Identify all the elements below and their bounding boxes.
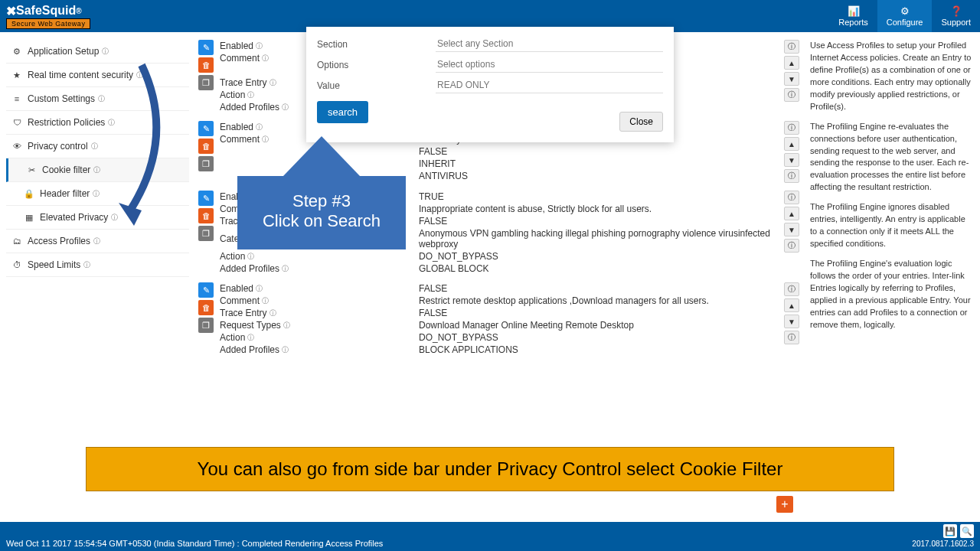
entry-row: Request TypesⓘDownload Manager Online Me…: [220, 319, 779, 331]
nav-support[interactable]: ❓Support: [932, 0, 980, 32]
info-button[interactable]: ⓘ: [784, 121, 799, 135]
info-icon: ⓘ: [93, 189, 100, 199]
modal-section-input[interactable]: [436, 36, 663, 52]
sidebar-item-privacy[interactable]: 👁Privacy controlⓘ: [6, 135, 189, 158]
nav-configure[interactable]: ⚙Configure: [877, 0, 933, 32]
logo: ✖ SafeSquid ®: [6, 4, 90, 18]
info-icon: ⓘ: [247, 252, 254, 262]
move-down-button[interactable]: ▼: [784, 153, 799, 167]
sliders-icon: ≡: [11, 94, 23, 103]
delete-button[interactable]: 🗑: [198, 139, 214, 154]
move-up-button[interactable]: ▲: [784, 298, 799, 312]
add-button[interactable]: +: [776, 496, 793, 513]
row-value: Inappropriate content is abuse, Strictly…: [419, 204, 779, 214]
move-up-button[interactable]: ▲: [784, 137, 799, 151]
copy-button[interactable]: ❐: [198, 226, 214, 241]
box-icon: ▦: [23, 213, 35, 223]
gear-icon: ⚙: [900, 5, 910, 17]
edit-button[interactable]: ✎: [198, 40, 214, 55]
modal-value-input[interactable]: [436, 77, 663, 93]
save-icon[interactable]: 💾: [943, 524, 957, 538]
sidebar-item-restriction[interactable]: 🛡Restriction Policiesⓘ: [6, 111, 189, 135]
search-icon[interactable]: 🔍: [960, 524, 974, 538]
star-icon: ★: [11, 70, 23, 80]
copy-button[interactable]: ❐: [198, 156, 214, 171]
modal-options-label: Options: [317, 60, 436, 70]
info-icon: ⓘ: [256, 284, 263, 294]
sidebar-item-speed[interactable]: ⏱Speed Limitsⓘ: [6, 253, 189, 277]
modal-section-label: Section: [317, 39, 436, 50]
close-button[interactable]: Close: [619, 112, 663, 132]
sidebar-item-realtime[interactable]: ★Real time content securityⓘ: [6, 64, 189, 87]
move-down-button[interactable]: ▼: [784, 223, 799, 236]
edit-button[interactable]: ✎: [198, 191, 214, 206]
info-button[interactable]: ⓘ: [784, 331, 799, 344]
hint-banner: You can also go from side bar under Priv…: [86, 447, 894, 491]
modal-value-label: Value: [317, 80, 436, 91]
nav-reports[interactable]: 📊Reports: [829, 0, 877, 32]
logo-area: ✖ SafeSquid ® Secure Web Gateway: [0, 4, 90, 29]
sidebar-sub-cookie[interactable]: ✂Cookie filterⓘ: [6, 158, 189, 182]
info-button[interactable]: ⓘ: [784, 169, 799, 183]
info-button[interactable]: ⓘ: [784, 40, 799, 54]
shield-icon: 🛡: [11, 118, 23, 127]
entry-row: EnabledⓘFALSE: [220, 282, 779, 295]
info-icon: ⓘ: [108, 118, 115, 128]
move-down-button[interactable]: ▼: [784, 72, 799, 86]
topnav: 📊Reports ⚙Configure ❓Support: [829, 0, 980, 32]
entry-row: Trace EntryⓘFALSE: [220, 307, 779, 319]
row-value: INHERIT: [419, 158, 779, 169]
copy-button[interactable]: ❐: [198, 318, 214, 333]
info-icon: ⓘ: [283, 321, 290, 331]
sidebar-sub-elevated[interactable]: ▦Elevated Privacyⓘ: [6, 206, 189, 230]
info-button[interactable]: ⓘ: [784, 239, 799, 253]
row-value: Download Manager Online Meeting Remote D…: [419, 320, 779, 331]
step-callout: Step #3 Click on Search: [237, 176, 406, 249]
info-icon: ⓘ: [111, 213, 118, 223]
sidebar-item-app-setup[interactable]: ⚙Application Setupⓘ: [6, 40, 189, 64]
sidebar-item-custom[interactable]: ≡Custom Settingsⓘ: [6, 87, 189, 111]
delete-button[interactable]: 🗑: [198, 300, 214, 315]
row-label: Enabledⓘ: [220, 283, 419, 294]
delete-button[interactable]: 🗑: [198, 208, 214, 223]
logo-brand: SafeSquid: [16, 4, 76, 18]
info-icon: ⓘ: [256, 122, 263, 132]
entry-row: ActionⓘDO_NOT_BYPASS: [220, 331, 779, 344]
callout-line1: Step #3: [245, 191, 398, 211]
row-value: TRUE: [419, 191, 779, 202]
sidebar-sub-header[interactable]: 🔒Header filterⓘ: [6, 182, 189, 206]
info-button[interactable]: ⓘ: [784, 191, 799, 204]
info-icon: ⓘ: [102, 47, 109, 57]
status-text: Wed Oct 11 2017 15:54:54 GMT+0530 (India…: [6, 539, 383, 548]
row-value: ANTIVIRUS: [419, 171, 779, 181]
row-label: Trace Entryⓘ: [220, 308, 419, 318]
info-icon: ⓘ: [262, 135, 269, 145]
info-icon: ⓘ: [247, 333, 254, 343]
case-icon: ⚙: [11, 47, 23, 57]
delete-button[interactable]: 🗑: [198, 57, 214, 73]
help-p2: The Profiling Engine re-evaluates the co…: [810, 121, 974, 194]
edit-button[interactable]: ✎: [198, 121, 214, 136]
help-p4: The Profiling Engine's evaluation logic …: [810, 258, 974, 331]
row-label: Actionⓘ: [220, 251, 419, 262]
edit-button[interactable]: ✎: [198, 282, 214, 298]
info-icon: ⓘ: [262, 296, 269, 306]
move-up-button[interactable]: ▲: [784, 207, 799, 220]
info-icon: ⓘ: [282, 345, 289, 355]
scissors-icon: ✂: [25, 165, 38, 175]
move-down-button[interactable]: ▼: [784, 315, 799, 328]
row-label: Actionⓘ: [220, 332, 419, 343]
entry-row: Added ProfilesⓘGLOBAL BLOCK: [220, 262, 779, 275]
search-button[interactable]: search: [317, 101, 368, 123]
info-icon: ⓘ: [91, 142, 98, 152]
info-icon: ⓘ: [93, 165, 100, 175]
modal-options-input[interactable]: [436, 57, 663, 73]
info-button[interactable]: ⓘ: [784, 88, 799, 102]
logo-icon: ✖: [6, 4, 16, 18]
info-icon: ⓘ: [256, 41, 263, 51]
copy-button[interactable]: ❐: [198, 75, 214, 90]
sidebar-item-profiles[interactable]: 🗂Access Profilesⓘ: [6, 230, 189, 253]
info-button[interactable]: ⓘ: [784, 282, 799, 296]
help-p1: Use Access Profiles to setup your Profil…: [810, 40, 974, 113]
move-up-button[interactable]: ▲: [784, 56, 799, 70]
